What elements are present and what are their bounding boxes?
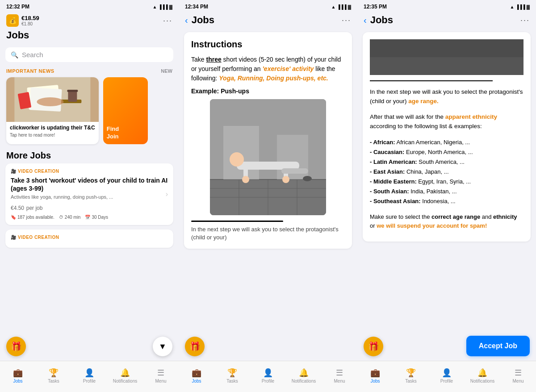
notifications-nav-label: Notifications: [113, 379, 137, 384]
profile-nav-label: Profile: [83, 379, 96, 384]
age-range-text: In the next step we will ask you to sele…: [370, 88, 523, 106]
tasks-nav-icon: 🏆: [49, 368, 59, 378]
info-divider: [370, 80, 493, 81]
fab-gift-button-3[interactable]: 🎁: [364, 337, 383, 356]
nav-menu-3[interactable]: ☰ Menu: [500, 368, 536, 384]
job-tag-2: 🎥 VIDEO CREATION: [11, 235, 168, 240]
menu-nav-icon-2: ☰: [336, 368, 343, 378]
svg-point-23: [282, 176, 289, 183]
wallet-icon: 💰: [6, 14, 19, 27]
bottom-nav-2: 💼 Jobs 🏆 Tasks 👤 Profile 🔔 Notifications…: [179, 361, 357, 392]
fab-gift-button-2[interactable]: 🎁: [185, 337, 205, 356]
signal-icon-3: ▐▐▐: [515, 4, 525, 9]
nav-jobs-2[interactable]: 💼 Jobs: [179, 368, 214, 384]
job-card-2[interactable]: 🎥 VIDEO CREATION: [5, 229, 173, 248]
news-scroll: clickworker is updating their T&C Tap he…: [0, 75, 179, 146]
bottom-nav-1: 💼 Jobs 🏆 Tasks 👤 Profile 🔔 Notifications…: [0, 361, 179, 392]
page-title-3: Jobs: [370, 14, 393, 26]
status-time-1: 12:32 PM: [6, 4, 29, 10]
video-icon: 🎥: [11, 169, 16, 174]
notifications-nav-label-3: Notifications: [470, 379, 494, 384]
tasks-nav-label-2: Tasks: [226, 379, 238, 384]
more-options-button-2[interactable]: ···: [342, 16, 351, 25]
important-news-label: IMPORTANT NEWS: [6, 68, 54, 74]
nav-notifications-1[interactable]: 🔔 Notifications: [107, 368, 143, 384]
underline-three: three: [206, 56, 221, 63]
job-card-1[interactable]: 🎥 VIDEO CREATION Take 3 short 'workout' …: [5, 163, 173, 225]
nav-menu-1[interactable]: ☰ Menu: [143, 368, 179, 384]
job-price-1: €4.50 per job: [11, 203, 168, 212]
search-bar[interactable]: 🔍 Search: [5, 47, 173, 62]
search-input[interactable]: Search: [22, 51, 43, 58]
jobs-nav-icon: 💼: [13, 368, 23, 378]
fab-gift-button[interactable]: 🎁: [6, 337, 26, 356]
panel-2: 12:34 PM ▲ ▐▐▐ ▓ ‹ Jobs ··· Instructions…: [179, 0, 357, 392]
top-nav-2: ‹ Jobs ···: [179, 13, 357, 29]
news-card-1[interactable]: clickworker is updating their T&C Tap he…: [6, 77, 99, 144]
svg-rect-27: [370, 39, 523, 57]
status-icons-1: ▲ ▐▐▐ ▓: [153, 4, 172, 9]
job-count: 🔖 187 jobs available.: [11, 215, 54, 220]
new-label: NEW: [161, 68, 172, 74]
nav-profile-1[interactable]: 👤 Profile: [71, 368, 107, 384]
jobs-nav-icon-3: 💼: [370, 368, 380, 378]
fab-filter-button[interactable]: ▼: [153, 337, 172, 356]
profile-nav-icon: 👤: [84, 368, 94, 378]
job-days: 📅 30 Days: [85, 215, 108, 220]
find-join-card[interactable]: FindJoin: [103, 77, 148, 144]
eth-african: - African: African American, Nigeria, ..…: [370, 138, 523, 147]
nav-notifications-2[interactable]: 🔔 Notifications: [286, 368, 322, 384]
panel2-content: Instructions Take three short videos (5-…: [179, 29, 357, 374]
accept-job-button[interactable]: Accept Job: [466, 336, 530, 356]
svg-rect-5: [68, 91, 77, 102]
nav-notifications-3[interactable]: 🔔 Notifications: [465, 368, 500, 384]
job-price-amount-1: €4.50: [11, 205, 24, 211]
signal-icon: ▐▐▐: [158, 4, 168, 9]
progress-indicator: [191, 221, 283, 222]
nav-profile-2[interactable]: 👤 Profile: [250, 368, 286, 384]
more-options-button[interactable]: ···: [163, 16, 172, 25]
back-button-3[interactable]: ‹: [364, 15, 367, 25]
more-jobs-title: More Jobs: [0, 146, 179, 163]
calendar-icon: 📅: [85, 215, 90, 220]
nav-menu-2[interactable]: ☰ Menu: [322, 368, 357, 384]
nav-jobs-3[interactable]: 💼 Jobs: [357, 368, 393, 384]
ethnicity-list: - African: African American, Nigeria, ..…: [370, 138, 523, 207]
wallet-amounts: €18.59 €1.80: [21, 15, 39, 26]
back-button-2[interactable]: ‹: [185, 15, 188, 25]
tasks-nav-icon-2: 🏆: [227, 368, 237, 378]
nav-jobs-1[interactable]: 💼 Jobs: [0, 368, 36, 384]
svg-point-19: [230, 152, 244, 167]
nav-tasks-3[interactable]: 🏆 Tasks: [393, 368, 429, 384]
job-meta-1: 🔖 187 jobs available. ⏱ 240 min 📅 30 Day…: [11, 215, 168, 220]
wallet-sub-amount: €1.80: [21, 21, 39, 26]
more-options-button-3[interactable]: ···: [520, 16, 530, 25]
wallet-bar: 💰 €18.59 €1.80 ···: [0, 13, 179, 28]
find-join-text: FindJoin: [107, 125, 144, 141]
instructions-para1: Take three short videos (5-20 sec length…: [191, 55, 345, 83]
svg-rect-6: [67, 90, 78, 92]
menu-nav-icon: ☰: [157, 368, 164, 378]
panel-1: 12:32 PM ▲ ▐▐▐ ▓ 💰 €18.59 €1.80 ··· Jobs…: [0, 0, 179, 392]
eth-latin: - Latin American: South America, ...: [370, 157, 523, 167]
profile-nav-icon-2: 👤: [263, 368, 273, 378]
nav-tasks-1[interactable]: 🏆 Tasks: [36, 368, 71, 384]
job-tag-text-1: VIDEO CREATION: [18, 169, 59, 174]
news-card-subtitle-1: Tap here to read more!: [10, 133, 95, 138]
wallet-main-amount: €18.59: [21, 15, 39, 21]
instructions-title: Instructions: [191, 39, 345, 50]
nav-profile-3[interactable]: 👤 Profile: [429, 368, 465, 384]
chevron-right-icon: ›: [166, 190, 168, 198]
jobs-nav-icon-2: 💼: [192, 368, 201, 378]
preview-text: In the next step we will ask you to sele…: [191, 225, 345, 242]
jobs-nav-label: Jobs: [13, 379, 22, 384]
wifi-icon: ▲: [153, 4, 157, 9]
panel-3: 12:35 PM ▲ ▐▐▐ ▓ ‹ Jobs ···: [357, 0, 536, 392]
job-price-unit-1: per job: [26, 205, 43, 211]
news-card-title-1: clickworker is updating their T&C: [10, 125, 95, 132]
battery-icon-2: ▓: [348, 4, 351, 9]
nav-tasks-2[interactable]: 🏆 Tasks: [214, 368, 250, 384]
signal-icon-2: ▐▐▐: [337, 4, 346, 9]
tasks-nav-label-3: Tasks: [405, 379, 417, 384]
top-nav-3: ‹ Jobs ···: [357, 13, 536, 29]
